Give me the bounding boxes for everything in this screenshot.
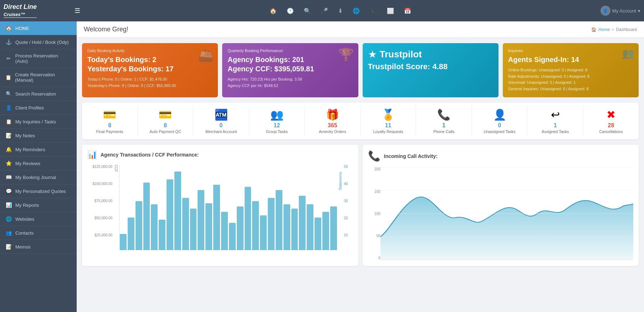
stat-merchant[interactable]: 🏧 0 Merchant Account [193,106,249,137]
bar-group [182,198,189,250]
booking-activity-card[interactable]: Daily Booking Activity 🚢 Today's Booking… [82,43,218,97]
stat-group-tasks[interactable]: 👥 12 Group Tasks [249,106,305,137]
sidebar-item-inquiries[interactable]: 📋 My Inquiries / Tasks [0,115,77,129]
sidebar-item-journal[interactable]: 📖 My Booking Journal [0,170,77,184]
mic-nav-icon[interactable]: 🎤 [321,7,328,14]
unassigned-icon: 👤 [493,108,506,121]
sidebar-item-clients[interactable]: 👤 Client Profiles [0,101,77,115]
sidebar-item-memos[interactable]: 📝 Memos [0,240,77,254]
loyalty-label: Loyalty Requests [373,129,403,134]
sidebar-label-reports: My Reports [15,203,39,208]
breadcrumb-separator: > [612,27,614,32]
bell-icon: 🔔 [5,147,12,152]
dashboard-content: Daily Booking Activity 🚢 Today's Booking… [77,38,644,312]
stat-loyalty[interactable]: 🏅 11 Loyalty Requests [361,106,416,137]
stat-phone-calls[interactable]: 📞 1 Phone Calls [416,106,472,137]
sidebar-item-contacts[interactable]: 👥 Contacts [0,226,77,240]
app-logo: Direct Line Cruises™ ☰ [4,4,80,18]
sidebar-item-quotes[interactable]: 💬 My Personalized Quotes [0,184,77,198]
bar-item[interactable] [190,209,197,250]
stat-amenity[interactable]: 🎁 365 Amenity Orders [305,106,361,137]
bar-item[interactable] [315,218,321,250]
clock-nav-icon[interactable]: 🕐 [287,7,294,14]
phone-calls-label: Phone Calls [433,129,454,134]
phone-calls-icon: 📞 [437,108,450,121]
inquiries-card[interactable]: Inquiries 👥 Agents Signed-In: 14 Online … [503,43,639,97]
bar-item[interactable] [229,223,236,250]
bar-item[interactable] [245,187,251,250]
bar-item[interactable] [128,218,134,250]
bar-item[interactable] [167,179,173,250]
bar-group [299,196,306,250]
bar-item[interactable] [291,209,298,250]
bar-item[interactable] [252,201,259,250]
call-activity-svg [380,167,634,260]
bar-item[interactable] [151,204,158,250]
assigned-label: Assigned Tasks [542,129,569,134]
bar-group [291,209,298,250]
stat-unassigned-tasks[interactable]: 👤 0 Unassigned Tasks [472,106,527,137]
bar-item[interactable] [136,201,142,250]
bar-item[interactable] [299,196,306,250]
calendar-nav-icon[interactable]: 📅 [404,7,411,14]
sidebar-item-reminders[interactable]: 🔔 My Reminders [0,143,77,157]
sidebar-item-quote[interactable]: ⚓ Quote / Hold / Book (Ody) [0,35,77,49]
bar-item[interactable] [276,190,282,250]
sidebar-item-create[interactable]: 📋 Create Reservation (Manual) [0,68,77,87]
notes-icon: 📝 [5,133,12,138]
bar-group [245,187,251,250]
sidebar-item-websites[interactable]: 🌐 Websites [0,212,77,226]
breadcrumb-home-link[interactable]: Home [598,27,610,32]
merchant-num: 0 [220,122,223,129]
bar-item[interactable] [330,206,337,250]
quarterly-sub1: Agency Hrs: 720.23| Hrs per Booking: 3.5… [228,76,353,83]
home-nav-icon[interactable]: 🏠 [270,7,277,14]
sidebar-item-home[interactable]: 🏠 HOME [0,21,77,35]
anchor-icon: ⚓ [5,39,12,45]
bar-item[interactable] [260,215,267,250]
bar-item[interactable] [205,203,212,250]
phone-nav-icon[interactable]: 📞 [370,7,377,14]
sidebar-item-search[interactable]: 🔍 Search Reservation [0,87,77,101]
bar-item[interactable] [120,234,127,250]
square-nav-icon[interactable]: ⬜ [387,7,394,14]
globe-nav-icon[interactable]: 🌐 [353,7,360,14]
bar-item[interactable] [159,220,165,250]
hamburger-icon[interactable]: ☰ [75,7,80,15]
trustpilot-card[interactable]: ★ Trustpilot Trustpilot Score: 4.88 [363,43,499,97]
sidebar-item-process[interactable]: ✏ Process Reservation (Auto) [0,49,77,68]
booking-today: Today's Bookings: 2 [87,55,213,64]
bar-item[interactable] [143,183,150,250]
sidebar-item-notes[interactable]: 📝 My Notes [0,129,77,143]
stat-auto-payment[interactable]: 💳 8 Auto Payment QC [138,106,193,137]
bar-group [128,218,134,250]
bar-item[interactable] [221,212,228,250]
booking-sub1: Today's Phone: 0 | Online: 2 | CCF: $1,4… [87,76,213,83]
sidebar-item-reviews[interactable]: ⭐ My Reviews [0,157,77,170]
bar-group [167,179,173,250]
bar-item[interactable] [174,172,181,250]
bar-item[interactable] [213,185,220,250]
download-nav-icon[interactable]: ⬇ [338,7,343,14]
sidebar-item-reports[interactable]: 📊 My Reports [0,198,77,212]
sidebar-label-clients: Client Profiles [15,105,44,111]
y-axis-staterooms: 50 40 30 20 10 [344,165,353,257]
trustpilot-name: Trustpilot [380,49,422,60]
stat-final-payments[interactable]: 💳 8 Final Payments [82,106,138,137]
stat-cancellations[interactable]: ✖ 28 Cancellations [583,106,639,137]
stat-assigned-tasks[interactable]: ↩ 1 Assigned Tasks [528,106,583,137]
bar-item[interactable] [307,204,313,250]
bar-item[interactable] [268,198,275,250]
bar-item[interactable] [283,204,290,250]
search-nav-icon[interactable]: 🔍 [304,7,311,14]
breadcrumb-home-icon: 🏠 [591,27,597,32]
quarterly-performance-card[interactable]: Quarterly Booking Performance: 🏆 Agency … [222,43,358,97]
bar-item[interactable] [322,212,329,250]
bar-chart-inner [119,165,337,257]
bar-item[interactable] [198,190,204,250]
bar-item[interactable] [237,206,244,250]
quarterly-ccf: Agency CCF: $395,059.81 [228,64,353,73]
bar-item[interactable] [182,198,189,250]
amenity-icon: 🎁 [326,108,339,121]
account-menu[interactable]: 👤 My Account ▾ [600,6,640,16]
